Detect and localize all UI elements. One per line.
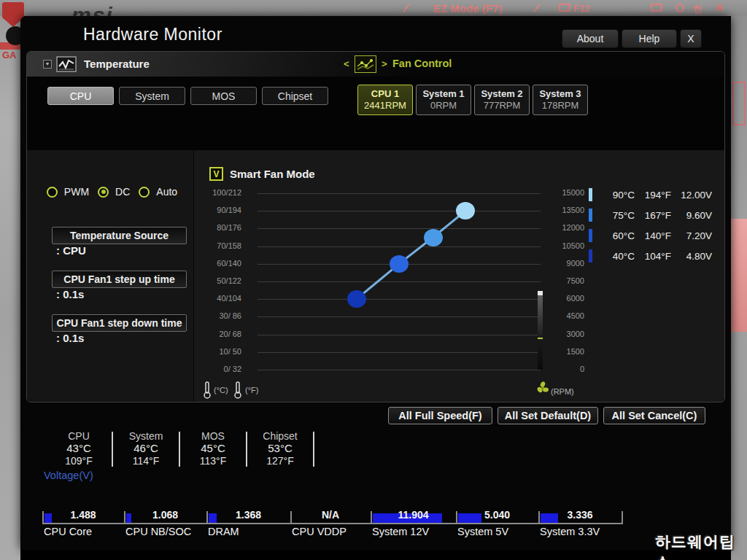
temp-axis-label: 40/104: [196, 294, 241, 303]
fan-curve-chart[interactable]: 100/2121500090/1941350080/1761200070/158…: [258, 193, 541, 370]
legend-celsius: 60°C: [603, 230, 635, 241]
thermometer-fahrenheit-icon: [234, 381, 240, 397]
temp-tab-mos[interactable]: MOS: [190, 87, 257, 105]
notification-icon[interactable]: [676, 4, 684, 12]
legend-row: 60°C140°F7.20V: [589, 225, 712, 246]
voltage-value: 11.904: [371, 509, 456, 521]
smart-fan-checkbox[interactable]: V: [209, 167, 223, 181]
radio-dc[interactable]: [98, 187, 109, 198]
temp-tab-chipset[interactable]: Chipset: [262, 87, 328, 105]
voltage-value: 5.040: [456, 509, 538, 521]
voltage-value: N/A: [290, 509, 371, 521]
fan-tab-system-1[interactable]: System 10RPM: [416, 85, 471, 115]
step-down-time-value: : 0.1s: [56, 332, 84, 344]
fan-tab-name: System 2: [481, 88, 522, 100]
legend-celsius: 40°C: [603, 251, 635, 262]
legend-row: 40°C104°F4.80V: [589, 246, 712, 266]
fan-tab-rpm: 777RPM: [484, 100, 521, 112]
screenshot-icon[interactable]: [559, 4, 570, 12]
legend-row: 75°C167°F9.60V: [589, 205, 712, 225]
status-temp-cpu: CPU43°C109°F: [47, 430, 111, 467]
radio-auto[interactable]: [139, 187, 150, 198]
prev-monitor-icon[interactable]: <: [344, 58, 349, 69]
ez-mode-button[interactable]: EZ Mode (F7): [433, 2, 502, 15]
legend-color-bar: [589, 188, 592, 201]
voltage-gauge-baseline: [42, 523, 623, 524]
fan-tab-system-2[interactable]: System 2777RPM: [474, 85, 530, 115]
about-button[interactable]: About: [562, 29, 619, 48]
gridline: [258, 370, 541, 370]
temp-tab-system[interactable]: System: [119, 87, 185, 105]
legend-voltage: 7.20V: [671, 230, 712, 241]
temperature-source-value: : CPU: [56, 244, 86, 257]
voltage-value: 1.068: [124, 509, 206, 521]
temp-tab-cpu[interactable]: CPU: [47, 87, 114, 105]
temp-axis-label: 60/140: [196, 259, 241, 268]
fan-curve-point-40c[interactable]: [347, 290, 366, 308]
temp-axis-label: 10/ 50: [196, 347, 241, 356]
rpm-axis-label: 13500: [548, 206, 584, 214]
rpm-slider-handle[interactable]: [538, 291, 543, 295]
voltage-label: System 5V: [457, 526, 508, 537]
voltage-label: CPU Core: [44, 526, 92, 537]
voltage-label: System 12V: [372, 526, 429, 537]
all-set-default-d-button[interactable]: All Set Default(D): [498, 407, 598, 424]
status-name: CPU: [47, 430, 111, 442]
temp-axis-label: 90/194: [196, 206, 241, 214]
status-celsius: 53°C: [248, 442, 312, 454]
step-up-time-button[interactable]: CPU Fan1 step up time: [52, 271, 187, 288]
temp-axis-label: 30/ 86: [196, 311, 241, 320]
language-icon[interactable]: 한: [693, 3, 702, 15]
voltage-title: Voltage(V): [44, 470, 93, 481]
status-temperatures: CPU43°C109°FSystem46°C114°FMOS45°C113°FC…: [47, 430, 315, 467]
step-up-time-value: : 0.1s: [56, 288, 84, 300]
voltage-label: DRAM: [208, 526, 239, 537]
decor-slash: [403, 4, 410, 13]
close-button[interactable]: X: [680, 29, 702, 48]
fan-tab-cpu-1[interactable]: CPU 12441RPM: [357, 85, 413, 115]
bios-close-icon[interactable]: ✕: [715, 1, 724, 15]
voltage-label: System 3.3V: [540, 526, 600, 537]
temp-axis-label: 80/176: [196, 223, 241, 232]
fan-tab-system-3[interactable]: System 3178RPM: [533, 85, 588, 115]
bios-right-edge: [731, 16, 747, 560]
next-monitor-icon[interactable]: >: [382, 58, 387, 69]
voltage-value: 1.368: [206, 509, 290, 521]
status-fahrenheit: 109°F: [47, 455, 111, 467]
help-button[interactable]: Help: [622, 29, 677, 48]
rpm-axis-label: 9000: [548, 259, 584, 268]
all-full-speed-f-button[interactable]: All Full Speed(F): [388, 407, 492, 424]
temperature-source-button[interactable]: Temperature Source: [52, 227, 187, 244]
status-fahrenheit: 113°F: [181, 455, 245, 467]
rpm-unit-label: (RPM): [551, 387, 574, 396]
fan-curve-point-90c[interactable]: [456, 202, 475, 219]
status-name: MOS: [181, 430, 245, 442]
radio-pwm[interactable]: [47, 187, 58, 198]
temperature-header: Temperature: [84, 58, 150, 70]
status-celsius: 46°C: [114, 442, 178, 454]
fan-tab-name: System 1: [422, 88, 464, 100]
status-celsius: 43°C: [47, 442, 111, 454]
fan-tab-rpm: 178RPM: [542, 100, 579, 112]
fan-icon: [536, 381, 549, 397]
fan-curve-point-75c[interactable]: [424, 229, 443, 246]
collapse-icon[interactable]: ▾: [43, 60, 52, 69]
rpm-slider[interactable]: [538, 291, 543, 370]
decor-pink-band: [731, 219, 747, 332]
step-down-time-button[interactable]: CPU Fan1 step down time: [52, 314, 187, 332]
celsius-unit-label: (°C): [214, 386, 228, 394]
fahrenheit-unit-label: (°F): [245, 386, 258, 394]
msi-logo-text: msi: [71, 3, 114, 16]
monitor-icon[interactable]: [651, 4, 662, 12]
fan-curve-line: [258, 193, 541, 370]
fan-tab-rpm: 2441RPM: [364, 100, 406, 112]
legend-fahrenheit: 167°F: [635, 210, 671, 221]
fan-curve-point-60c[interactable]: [390, 255, 409, 273]
all-set-cancel-c-button[interactable]: All Set Cancel(C): [603, 407, 705, 424]
legend-row: 90°C194°F12.00V: [589, 184, 712, 205]
status-name: Chipset: [248, 430, 312, 442]
status-separator: [179, 432, 180, 467]
rpm-axis-label: 0: [548, 365, 584, 373]
fan-tab-name: System 3: [539, 88, 581, 100]
legend-fahrenheit: 194°F: [635, 190, 671, 201]
